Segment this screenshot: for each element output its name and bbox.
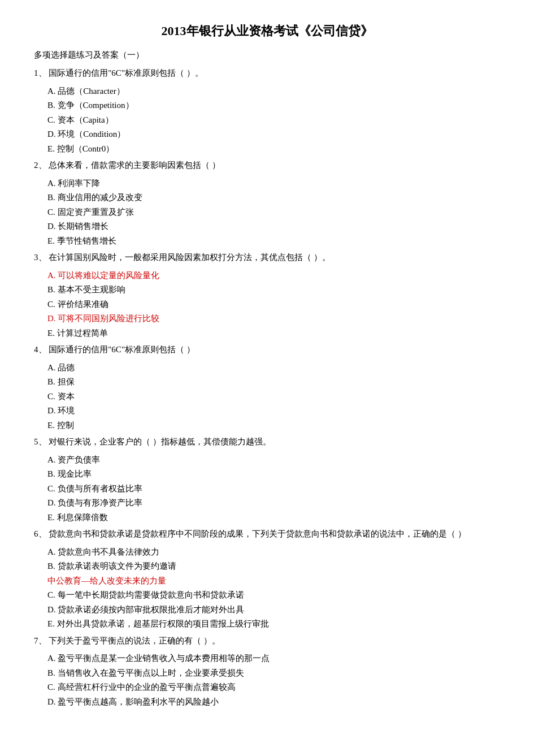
option-5-1: A. 资产负债率 (47, 453, 500, 468)
option-5-3: C. 负债与所有者权益比率 (47, 482, 500, 496)
option-5-2: B. 现金比率 (47, 467, 500, 482)
option-1-1: A. 品德（Character） (47, 84, 500, 99)
question-block-1: 1、 国际通行的信用"6C"标准原则包括（ ）。A. 品德（Character）… (34, 66, 500, 156)
option-2-5: E. 季节性销售增长 (47, 234, 500, 249)
option-2-1: A. 利润率下降 (47, 176, 500, 191)
question-block-2: 2、 总体来看，借款需求的主要影响因素包括（ ）A. 利润率下降B. 商业信用的… (34, 158, 500, 248)
option-4-2: B. 担保 (47, 375, 500, 390)
option-7-4: D. 盈亏平衡点越高，影响盈利水平的风险越小 (47, 695, 500, 710)
option-6-5: D. 贷款承诺必须按内部审批权限批准后才能对外出具 (47, 603, 500, 617)
question-text-7: 7、 下列关于盈亏平衡点的说法，正确的有（ ）。 (34, 634, 500, 649)
option-3-3: C. 评价结果准确 (47, 297, 500, 312)
option-3-2: B. 基本不受主观影响 (47, 283, 500, 297)
option-6-3: 中公教育—给人改变未来的力量 (47, 574, 500, 589)
question-text-1: 1、 国际通行的信用"6C"标准原则包括（ ）。 (34, 66, 500, 81)
questions-container: 1、 国际通行的信用"6C"标准原则包括（ ）。A. 品德（Character）… (34, 66, 500, 709)
option-3-4: D. 可将不同国别风险进行比较 (47, 312, 500, 326)
option-3-5: E. 计算过程简单 (47, 326, 500, 341)
option-1-5: E. 控制（Contr0） (47, 142, 500, 157)
option-6-6: E. 对外出具贷款承诺，超基层行权限的项目需报上级行审批 (47, 617, 500, 632)
question-text-4: 4、 国际通行的信用"6C"标准原则包括（ ） (34, 343, 500, 357)
option-2-4: D. 长期销售增长 (47, 219, 500, 234)
question-block-7: 7、 下列关于盈亏平衡点的说法，正确的有（ ）。A. 盈亏平衡点是某一企业销售收… (34, 634, 500, 710)
option-4-1: A. 品德 (47, 361, 500, 375)
question-block-6: 6、 贷款意向书和贷款承诺是贷款程序中不同阶段的成果，下列关于贷款意向书和贷款承… (34, 527, 500, 632)
option-7-2: B. 当销售收入在盈亏平衡点以上时，企业要承受损失 (47, 666, 500, 681)
question-text-3: 3、 在计算国别风险时，一般都采用风险因素加权打分方法，其优点包括（ ）。 (34, 250, 500, 265)
question-text-6: 6、 贷款意向书和贷款承诺是贷款程序中不同阶段的成果，下列关于贷款意向书和贷款承… (34, 527, 500, 542)
question-block-3: 3、 在计算国别风险时，一般都采用风险因素加权打分方法，其优点包括（ ）。A. … (34, 250, 500, 340)
option-1-3: C. 资本（Capita） (47, 113, 500, 128)
option-4-3: C. 资本 (47, 390, 500, 404)
option-5-4: D. 负债与有形净资产比率 (47, 496, 500, 511)
question-text-5: 5、 对银行来说，企业客户的（ ）指标越低，其偿债能力越强。 (34, 435, 500, 450)
question-block-5: 5、 对银行来说，企业客户的（ ）指标越低，其偿债能力越强。A. 资产负债率B.… (34, 435, 500, 525)
option-5-5: E. 利息保障倍数 (47, 511, 500, 525)
option-1-2: B. 竞争（Competition） (47, 98, 500, 113)
question-text-2: 2、 总体来看，借款需求的主要影响因素包括（ ） (34, 158, 500, 173)
option-6-4: C. 每一笔中长期贷款均需要做贷款意向书和贷款承诺 (47, 588, 500, 603)
option-7-3: C. 高经营杠杆行业中的企业的盈亏平衡点普遍较高 (47, 680, 500, 695)
option-2-2: B. 商业信用的减少及改变 (47, 191, 500, 205)
question-block-4: 4、 国际通行的信用"6C"标准原则包括（ ）A. 品德B. 担保C. 资本D.… (34, 343, 500, 433)
option-6-2: B. 贷款承诺表明该文件为要约邀请 (47, 559, 500, 574)
option-7-1: A. 盈亏平衡点是某一企业销售收入与成本费用相等的那一点 (47, 651, 500, 666)
option-4-4: D. 环境 (47, 404, 500, 418)
option-3-1: A. 可以将难以定量的风险量化 (47, 269, 500, 283)
option-4-5: E. 控制 (47, 418, 500, 433)
section-title: 多项选择题练习及答案（一） (34, 50, 500, 61)
option-1-4: D. 环境（Condition） (47, 127, 500, 142)
page-title: 2013年银行从业资格考试《公司信贷》 (34, 23, 500, 40)
option-2-3: C. 固定资产重置及扩张 (47, 205, 500, 220)
option-6-1: A. 贷款意向书不具备法律效力 (47, 545, 500, 560)
